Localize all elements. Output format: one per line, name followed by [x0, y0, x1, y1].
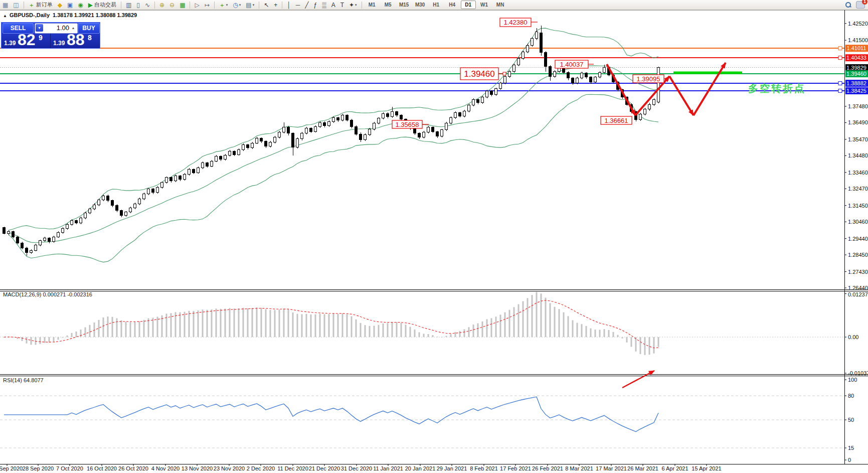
candlestick: [147, 189, 150, 194]
macd-axis-label: 0.012372: [848, 291, 868, 297]
candlestick: [53, 237, 55, 242]
candlestick: [229, 151, 231, 155]
date-label: 6 Apr 2021: [661, 465, 688, 471]
candlestick: [432, 127, 434, 131]
candlestick: [233, 151, 236, 155]
candlestick: [346, 115, 349, 120]
candlestick: [197, 168, 200, 173]
candlestick: [256, 138, 258, 143]
chart-canvas[interactable]: 1.423801.400371.394601.390951.366611.356…: [0, 0, 868, 473]
candlestick: [242, 144, 245, 149]
candlestick: [8, 231, 10, 233]
candlestick: [184, 174, 186, 179]
candlestick: [490, 91, 493, 95]
date-label: 4 Nov 2020: [151, 465, 180, 471]
candlestick: [378, 118, 380, 123]
candlestick: [332, 117, 335, 121]
candlestick: [107, 196, 109, 201]
candlestick: [454, 112, 457, 117]
svg-text:1.36490: 1.36490: [848, 119, 868, 125]
price-annotation[interactable]: 1.40037: [555, 60, 594, 68]
rsi-axis-label: 50: [848, 417, 854, 423]
macd-values: 0.000271 -0.002316: [43, 291, 92, 297]
date-label: 26 Oct 2020: [118, 465, 148, 471]
candlestick: [62, 229, 64, 233]
candlestick: [260, 138, 263, 141]
rsi-value: 64.8077: [24, 377, 44, 383]
candlestick: [116, 206, 118, 211]
candlestick: [418, 133, 421, 137]
svg-text:1.39460: 1.39460: [846, 71, 866, 77]
sell-price-big: 82: [18, 31, 36, 49]
buy-price[interactable]: 1.39 88 8: [51, 34, 99, 48]
candlestick: [341, 115, 344, 120]
volume-dropdown-icon[interactable]: ▼: [36, 24, 43, 32]
date-label: 20 Jan 2021: [405, 465, 436, 471]
candlestick: [17, 237, 19, 243]
macd-axis-label: 0.00: [848, 334, 858, 340]
candlestick: [382, 113, 385, 118]
annotation-text: 1.42380: [504, 19, 528, 26]
candlestick: [125, 212, 127, 216]
date-label: 18 Sep 2020: [0, 465, 23, 471]
date-label: 7 Oct 2020: [56, 465, 83, 471]
date-label: 16 Oct 2020: [87, 465, 117, 471]
rsi-label: RSI(14) 64.8077: [3, 377, 44, 383]
candlestick: [129, 208, 132, 212]
ohlc-values: 1.38178 1.39921 1.38088 1.39829: [53, 12, 137, 18]
candlestick: [495, 89, 497, 94]
date-label: 13 Nov 2020: [182, 465, 213, 471]
candlestick: [12, 231, 15, 237]
candlestick: [48, 238, 51, 242]
svg-text:1.35470: 1.35470: [848, 136, 868, 142]
macd-label: MACD(12,26,9) 0.000271 -0.002316: [3, 291, 92, 297]
candlestick: [400, 115, 403, 119]
candlestick: [211, 161, 213, 166]
annotation-text: 1.36661: [605, 117, 628, 124]
svg-text:1.39829: 1.39829: [846, 65, 866, 71]
candlestick: [441, 130, 443, 136]
candlestick: [265, 141, 267, 146]
chart-title: ▲GBPUSD-,Daily1.38178 1.39921 1.38088 1.…: [3, 12, 137, 18]
candlestick: [193, 170, 195, 173]
candlestick: [143, 194, 145, 199]
price-tag-1.39829: 1.39829: [845, 64, 868, 71]
candlestick: [644, 109, 646, 114]
candlestick: [120, 211, 123, 216]
price-annotation[interactable]: 1.36661: [601, 116, 632, 124]
candlestick: [527, 45, 529, 52]
price-tag-1.39460: 1.39460: [845, 70, 868, 77]
candlestick: [319, 122, 321, 126]
candlestick: [459, 112, 461, 116]
candlestick: [499, 83, 502, 88]
candlestick: [536, 32, 538, 39]
candlestick: [540, 33, 543, 52]
candlestick: [156, 188, 159, 193]
candlestick: [269, 142, 272, 146]
annotation-text: 1.35658: [396, 121, 419, 128]
candlestick: [396, 112, 398, 115]
candlestick: [292, 133, 294, 147]
price-annotation[interactable]: 1.39095: [633, 75, 664, 83]
svg-text:1.33460: 1.33460: [848, 170, 868, 176]
date-label: 21 Dec 2020: [309, 465, 340, 471]
turning-point-note[interactable]: 多空转折点: [748, 82, 806, 94]
candlestick: [39, 241, 42, 245]
candlestick: [66, 224, 69, 228]
candlestick: [522, 52, 525, 58]
candlestick: [80, 218, 82, 223]
annotation-text: 1.39095: [637, 75, 660, 83]
candlestick: [165, 178, 168, 183]
candlestick: [517, 58, 520, 65]
date-label: 15 Apr 2021: [691, 465, 721, 471]
candlestick: [89, 209, 91, 213]
svg-text:1.38882: 1.38882: [846, 80, 866, 86]
candlestick: [450, 117, 452, 123]
collapse-icon[interactable]: ▲: [3, 14, 7, 18]
candlestick: [599, 72, 601, 77]
candlestick: [364, 135, 367, 140]
date-label: 8 Mar 2021: [565, 465, 593, 471]
sell-price[interactable]: 1.39 82 9: [2, 34, 51, 48]
candlestick: [590, 77, 592, 82]
candlestick: [545, 53, 547, 67]
